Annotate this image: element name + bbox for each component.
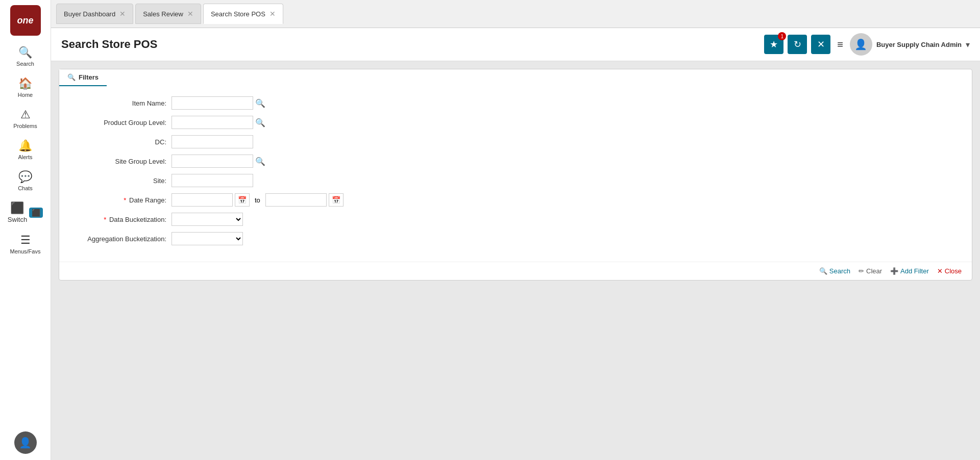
star-icon: ★ — [770, 39, 778, 50]
close-tab-search-store-pos[interactable]: ✕ — [270, 10, 276, 18]
dc-input[interactable] — [172, 135, 253, 148]
user-avatar: 👤 — [850, 33, 872, 56]
close-filter-label: Close — [945, 267, 962, 275]
filters-tab[interactable]: 🔍 Filters — [59, 69, 107, 86]
aggregation-bucketization-label: Aggregation Bucketization: — [69, 235, 172, 243]
filters-panel: 🔍 Filters Item Name: 🔍 Product Group Lev… — [59, 69, 972, 280]
sidebar-item-label: Home — [18, 92, 33, 98]
filter-actions: 🔍 Search ✏ Clear ➕ Add Filter ✕ Close — [59, 262, 972, 280]
sidebar-item-problems[interactable]: ⚠ Problems — [0, 103, 51, 134]
user-info[interactable]: 👤 Buyer Supply Chain Admin ▾ — [850, 33, 970, 56]
page-title: Search Store POS — [61, 38, 764, 51]
avatar-icon: 👤 — [854, 38, 867, 50]
sidebar-avatar[interactable]: 👤 — [14, 431, 37, 454]
menu-button[interactable]: ≡ — [835, 36, 846, 53]
page-header: Search Store POS ★ 1 ↻ ✕ ≡ 👤 Buyer Suppl… — [51, 28, 980, 61]
search-icon: 🔍 — [18, 46, 32, 59]
sidebar-item-label: Alerts — [18, 154, 32, 160]
switch-icon: ⬛ — [10, 201, 24, 215]
search-action-icon: 🔍 — [819, 267, 827, 275]
clear-button[interactable]: ✏ Clear — [859, 267, 882, 275]
product-group-level-input[interactable] — [172, 116, 253, 129]
switch-badge: ⬛ — [29, 208, 43, 218]
dc-row: DC: — [69, 135, 962, 148]
add-filter-button[interactable]: ➕ Add Filter — [890, 267, 929, 275]
sidebar-user-avatar: 👤 — [14, 431, 37, 454]
sidebar-item-menus[interactable]: ☰ Menus/Favs — [0, 228, 51, 260]
chat-icon: 💬 — [18, 170, 32, 184]
product-group-level-label: Product Group Level: — [69, 119, 172, 126]
warning-icon: ⚠ — [20, 108, 31, 121]
refresh-icon: ↻ — [794, 39, 801, 50]
site-group-level-row: Site Group Level: 🔍 — [69, 155, 962, 168]
filters-body: Item Name: 🔍 Product Group Level: 🔍 — [59, 86, 972, 262]
item-name-input[interactable] — [172, 96, 253, 110]
tab-label: Search Store POS — [211, 10, 265, 18]
date-from-calendar-button[interactable]: 📅 — [235, 193, 250, 207]
add-filter-label: Add Filter — [900, 267, 929, 275]
filters-tab-icon: 🔍 — [67, 73, 76, 81]
aggregation-bucketization-select[interactable] — [172, 232, 243, 245]
to-label: to — [255, 196, 260, 204]
sidebar-item-home[interactable]: 🏠 Home — [0, 72, 51, 103]
logo-text: one — [17, 15, 33, 26]
refresh-button[interactable]: ↻ — [788, 35, 807, 54]
site-label: Site: — [69, 177, 172, 185]
site-input[interactable] — [172, 174, 253, 187]
date-range-label: * Date Range: — [69, 196, 172, 204]
date-from-input[interactable] — [172, 193, 233, 207]
close-tab-sales-review[interactable]: ✕ — [187, 10, 193, 18]
tab-search-store-pos[interactable]: Search Store POS ✕ — [203, 4, 283, 24]
search-icon: 🔍 — [255, 99, 265, 108]
date-range-row: * Date Range: 📅 to 📅 — [69, 193, 962, 207]
product-group-search-button[interactable]: 🔍 — [255, 118, 265, 127]
data-bucketization-row: * Data Bucketization: — [69, 213, 962, 226]
tab-sales-review[interactable]: Sales Review ✕ — [135, 4, 201, 24]
close-button[interactable]: ✕ — [811, 35, 830, 54]
search-action-label: Search — [829, 267, 850, 275]
header-actions: ★ 1 ↻ ✕ ≡ 👤 Buyer Supply Chain Admin ▾ — [764, 33, 970, 56]
tab-label: Buyer Dashboard — [64, 10, 115, 18]
filters-tab-label: Filters — [79, 73, 99, 81]
required-asterisk: * — [104, 216, 106, 223]
close-icon: ✕ — [817, 39, 825, 50]
calendar-icon: 📅 — [238, 196, 247, 204]
sidebar-switch-label: Switch — [8, 216, 27, 223]
close-tab-buyer-dashboard[interactable]: ✕ — [119, 10, 126, 18]
sidebar-item-chats[interactable]: 💬 Chats — [0, 165, 51, 196]
favorite-button[interactable]: ★ 1 — [764, 35, 783, 54]
menu-icon: ☰ — [20, 234, 31, 247]
close-filter-icon: ✕ — [937, 267, 943, 275]
sidebar-item-label: Chats — [18, 185, 33, 191]
tab-buyer-dashboard[interactable]: Buyer Dashboard ✕ — [56, 4, 133, 24]
data-bucketization-select[interactable] — [172, 213, 243, 226]
user-name: Buyer Supply Chain Admin — [876, 41, 962, 48]
site-row: Site: — [69, 174, 962, 187]
sidebar-item-search[interactable]: 🔍 Search — [0, 41, 51, 72]
date-to-input[interactable] — [265, 193, 327, 207]
bell-icon: 🔔 — [18, 139, 32, 152]
close-filter-button[interactable]: ✕ Close — [937, 267, 962, 275]
date-to-calendar-button[interactable]: 📅 — [329, 193, 344, 207]
item-name-row: Item Name: 🔍 — [69, 96, 962, 110]
site-group-search-button[interactable]: 🔍 — [255, 157, 265, 166]
search-button[interactable]: 🔍 Search — [819, 267, 850, 275]
user-details: Buyer Supply Chain Admin — [876, 41, 962, 48]
site-group-level-input[interactable] — [172, 155, 253, 168]
logo[interactable]: one — [10, 5, 41, 36]
search-icon: 🔍 — [255, 118, 265, 127]
data-bucketization-label: * Data Bucketization: — [69, 216, 172, 223]
tab-label: Sales Review — [143, 10, 183, 18]
required-asterisk: * — [124, 196, 126, 204]
sidebar-item-label: Menus/Favs — [10, 248, 41, 254]
sidebar-item-switch[interactable]: ⬛ Switch ⬛ — [0, 196, 51, 228]
tabs-bar: Buyer Dashboard ✕ Sales Review ✕ Search … — [51, 0, 980, 28]
item-name-search-button[interactable]: 🔍 — [255, 98, 265, 108]
sidebar-item-alerts[interactable]: 🔔 Alerts — [0, 134, 51, 165]
site-group-level-label: Site Group Level: — [69, 158, 172, 165]
hamburger-icon: ≡ — [837, 39, 843, 50]
dc-label: DC: — [69, 138, 172, 146]
clear-action-label: Clear — [866, 267, 882, 275]
home-icon: 🏠 — [18, 77, 32, 90]
sidebar: one 🔍 Search 🏠 Home ⚠ Problems 🔔 Alerts … — [0, 0, 51, 460]
